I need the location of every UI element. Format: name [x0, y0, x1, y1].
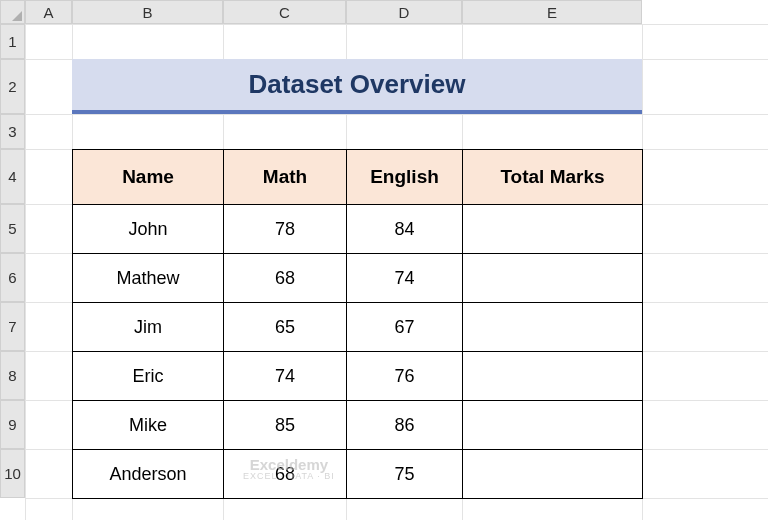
row-header-3[interactable]: 3 [0, 114, 25, 149]
watermark-sub: EXCEL · DATA · BI [243, 472, 335, 481]
cell[interactable]: John [73, 205, 224, 254]
row-header-7[interactable]: 7 [0, 302, 25, 351]
table-header[interactable]: Total Marks [463, 150, 643, 205]
table-header[interactable]: Math [224, 150, 347, 205]
row-header-6[interactable]: 6 [0, 253, 25, 302]
col-header-B[interactable]: B [72, 0, 223, 24]
cell[interactable]: 78 [224, 205, 347, 254]
title-text: Dataset Overview [249, 69, 466, 100]
row-header-5[interactable]: 5 [0, 204, 25, 253]
cell[interactable] [463, 352, 643, 401]
row-header-2[interactable]: 2 [0, 59, 25, 114]
table-row: Mike8586 [73, 401, 643, 450]
cell[interactable]: Mathew [73, 254, 224, 303]
table-row: John7884 [73, 205, 643, 254]
data-table: NameMathEnglishTotal MarksJohn7884Mathew… [72, 149, 643, 499]
cell[interactable] [463, 401, 643, 450]
cell[interactable]: 74 [347, 254, 463, 303]
cell[interactable] [463, 450, 643, 499]
cell[interactable] [463, 205, 643, 254]
table-header[interactable]: English [347, 150, 463, 205]
col-header-D[interactable]: D [346, 0, 462, 24]
spreadsheet-area: ABCDE 12345678910 Dataset Overview NameM… [0, 0, 768, 520]
cell[interactable]: Mike [73, 401, 224, 450]
col-header-A[interactable]: A [25, 0, 72, 24]
row-header-9[interactable]: 9 [0, 400, 25, 449]
cell[interactable]: Jim [73, 303, 224, 352]
row-header-1[interactable]: 1 [0, 24, 25, 59]
table-header[interactable]: Name [73, 150, 224, 205]
cell[interactable]: 84 [347, 205, 463, 254]
cell[interactable]: Anderson [73, 450, 224, 499]
select-all-icon [12, 11, 22, 21]
watermark: Exceldemy EXCEL · DATA · BI [243, 457, 335, 481]
cell[interactable]: 65 [224, 303, 347, 352]
cell[interactable]: 76 [347, 352, 463, 401]
col-header-C[interactable]: C [223, 0, 346, 24]
select-all-corner[interactable] [0, 0, 25, 24]
cell[interactable]: Eric [73, 352, 224, 401]
table-row: Jim6567 [73, 303, 643, 352]
row-header-4[interactable]: 4 [0, 149, 25, 204]
row-header-10[interactable]: 10 [0, 449, 25, 498]
cell[interactable]: 75 [347, 450, 463, 499]
cell[interactable] [463, 303, 643, 352]
table-row: Eric7476 [73, 352, 643, 401]
cell[interactable]: 86 [347, 401, 463, 450]
col-header-E[interactable]: E [462, 0, 642, 24]
cell-area[interactable]: Dataset Overview NameMathEnglishTotal Ma… [25, 24, 768, 520]
table-row: Anderson6875 [73, 450, 643, 499]
watermark-main: Exceldemy [250, 457, 328, 472]
cell[interactable]: 67 [347, 303, 463, 352]
cell[interactable]: 68 [224, 254, 347, 303]
row-header-8[interactable]: 8 [0, 351, 25, 400]
title-merged-cell[interactable]: Dataset Overview [72, 59, 642, 114]
cell[interactable]: 85 [224, 401, 347, 450]
cell[interactable]: 74 [224, 352, 347, 401]
table-row: Mathew6874 [73, 254, 643, 303]
cell[interactable] [463, 254, 643, 303]
